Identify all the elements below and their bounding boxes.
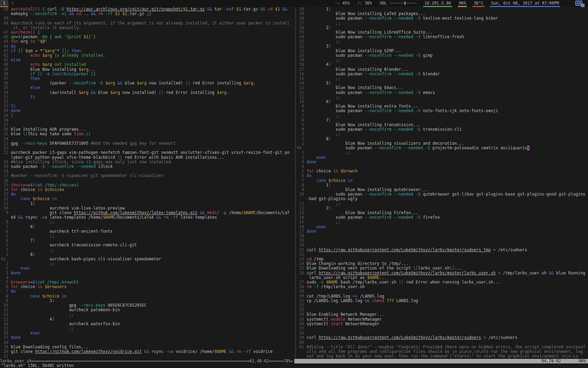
code-row: | 18 4) <box>294 62 588 67</box>
line-number-gutter: | 27 <box>294 21 307 26</box>
line-number-gutter: 6 <box>0 229 11 234</box>
line-number-gutter: 5 <box>0 234 11 238</box>
line-number-gutter: | 14 <box>294 81 307 86</box>
code-row: lybar-git python-pywal xfce-theme-blackb… <box>0 155 294 160</box>
line-number-gutter: | 26 <box>294 271 307 275</box>
code-row: | 29 <box>294 289 588 294</box>
line-number-gutter: 6 <box>0 285 11 289</box>
code-row: | out and log back in as your new user, … <box>294 354 588 359</box>
volume-slider[interactable] <box>390 3 416 4</box>
code-row: | 25 blue Now installing LibreOffice Sui… <box>294 30 588 35</box>
code-row: | 28 rm -f /tmp/larbs_user.sh <box>294 285 588 289</box>
code-row: 21 <box>0 354 294 359</box>
line-number-gutter: |94 <box>294 146 307 150</box>
status-bar: 1 2 ~: 45% /: 36% VOL 10.201.5.96 96% 36… <box>0 0 588 7</box>
workspace-tag-1[interactable]: 1 <box>0 0 8 7</box>
workspace-tag-2[interactable]: 2 <box>8 0 17 7</box>
code-row: 25 blue \(This may take some time.\) <box>0 132 294 136</box>
line-number-gutter: | 34 <box>294 312 307 317</box>
statusline-filename: larbs.sh <box>309 363 329 363</box>
code-row: | 13 blue Now installing Emacs... <box>294 86 588 90</box>
code-row: | 8 1) <box>294 183 588 188</box>
code-row: | 8 sudo pacman --noconfirm --needed -S … <box>294 109 588 113</box>
line-number-gutter: | 20 <box>294 243 307 247</box>
line-number-gutter: | 18 <box>294 234 307 238</box>
statusline-inactive-larbs-user-sh: larbs_user.sh===========================… <box>0 359 294 363</box>
code-row: | 2 esac <box>294 155 588 160</box>
code-row: 21 aurcheck packer i3-gaps vim-pathogen … <box>0 150 294 155</box>
line-number-gutter: 11 <box>0 202 11 206</box>
line-number-gutter: | 3 <box>294 132 307 136</box>
code-row: | 35 systemctl enable NetworkManager <box>294 317 588 322</box>
code-row: | 9 blue Now installing extra fonts... <box>294 104 588 109</box>
code-row: | 3 done <box>294 160 588 164</box>
volume-segment: VOL <box>379 0 418 7</box>
line-number-gutter: | 12 <box>294 206 307 211</box>
line-number-gutter <box>0 26 11 30</box>
line-number-gutter: | 41 <box>294 345 307 349</box>
line-number-gutter: | <box>294 275 307 280</box>
line-number-gutter: 21 <box>0 150 11 155</box>
line-number-gutter: | 8 <box>294 183 307 188</box>
line-number-gutter: | 29 <box>294 12 307 16</box>
vim-window-larbs-user-sh[interactable]: 50 aurinstall() { curl -O https://aur.ar… <box>0 7 294 359</box>
line-number-gutter: 44 <box>0 44 11 49</box>
line-number-gutter: 3 <box>0 271 11 275</box>
code-row: 37 then <box>0 76 294 81</box>
vim-command-line[interactable]: "larbs.sh" 136L, 5648C written <box>0 363 588 368</box>
code-row: 35 else <box>0 86 294 90</box>
code-row: 8 ;; <box>0 220 294 224</box>
volume-label: VOL <box>380 1 387 6</box>
line-number-gutter: | 9 <box>294 104 307 109</box>
code-row: 9 3) <box>0 299 294 303</box>
code-row: 15 ;; <box>0 326 294 331</box>
line-number-gutter: | 17 <box>294 229 307 234</box>
line-number-gutter: | 38 <box>294 331 307 335</box>
code-row: 38 if [[ -e /usr/bin/packer ]] <box>0 72 294 76</box>
line-number-gutter: 8 <box>0 294 11 299</box>
line-number-gutter: 12 <box>0 197 11 201</box>
code-row: 16 esac <box>0 331 294 335</box>
code-row: | 33 <box>294 308 588 312</box>
line-number-gutter: 31 <box>0 104 11 109</box>
code-row: 30 done <box>0 109 294 113</box>
code-row: | 37 <box>294 326 588 331</box>
line-number-gutter: 24 <box>0 137 11 141</box>
code-row: | 2 8) <box>294 137 588 141</box>
volume-knob[interactable] <box>405 1 405 5</box>
code-row: 24 <box>0 137 294 141</box>
line-number-gutter: | 28 <box>294 285 307 289</box>
line-number-gutter: | 4 <box>294 127 307 132</box>
line-number-gutter: | 8 <box>294 109 307 113</box>
code-row: 12 case $choice in <box>0 197 294 201</box>
line-number-gutter: 15 <box>0 326 11 331</box>
line-number-gutter: 7 <box>0 225 11 229</box>
line-number-gutter: | 29 <box>294 289 307 294</box>
code-row: | 9 blue Now installing qutebrowser... <box>294 188 588 192</box>
line-number-gutter: | 5 <box>294 123 307 127</box>
code-row: |94 sudo pacman --noconfirm --needed -S … <box>294 146 588 150</box>
code-row: 28 <box>0 118 294 123</box>
line-number-gutter: 30 <box>0 109 11 113</box>
tray-computer-icon[interactable] <box>575 1 584 6</box>
line-number-gutter: 42 <box>0 53 11 58</box>
code-row: 10 aurcheck vim-live-latex-preview <box>0 206 294 211</box>
vim-window-larbs-sh[interactable]: | 30 1)| 29 blue Now installing LaTeX pa… <box>294 7 588 359</box>
code-row: 6 for choice in $browsers <box>0 285 294 289</box>
monitor-screen <box>577 2 581 4</box>
line-number-gutter: 28 <box>0 118 11 123</box>
code-row: 62 aurcheck bash-pipes cli-visualizer sp… <box>0 257 294 261</box>
line-number-gutter: 16 <box>0 178 11 183</box>
code-row: | 32 <box>294 303 588 308</box>
code-row: 19 blue Downloading config files... <box>0 345 294 349</box>
code-row: | 30 1) <box>294 7 588 12</box>
line-number-gutter: | 25 <box>294 30 307 35</box>
code-row: 45 for arg in "$@" <box>0 39 294 44</box>
code-row: 13 do <box>0 192 294 197</box>
line-number-gutter: 19 <box>0 345 11 349</box>
line-number-gutter: | 11 <box>294 95 307 100</box>
code-row: 16 <box>0 178 294 183</box>
line-number-gutter: | 19 <box>294 58 307 62</box>
line-number-gutter: | 35 <box>294 317 307 322</box>
code-row: 5 browsers=$(cat /tmp/.browch) <box>0 280 294 285</box>
